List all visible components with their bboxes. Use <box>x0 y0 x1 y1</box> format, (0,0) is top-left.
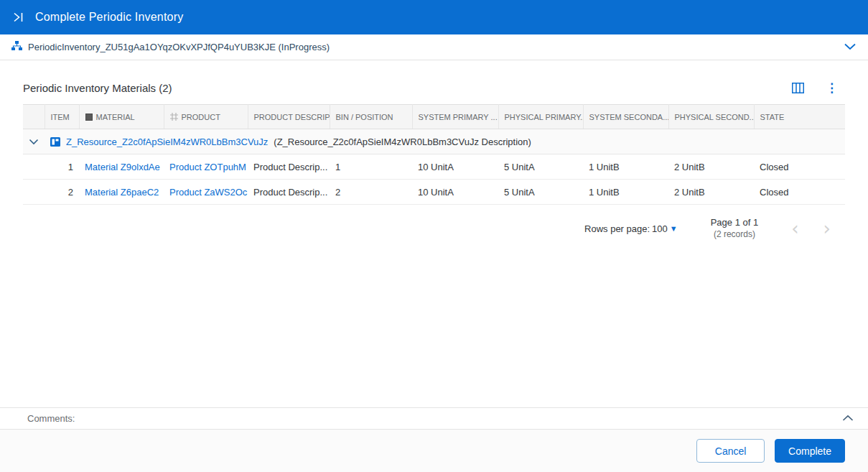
row-expand-cell <box>23 154 45 180</box>
col-system-primary[interactable]: SYSTEM PRIMARY ... <box>412 105 498 129</box>
cell-product-description: Product Descrip... <box>248 154 330 180</box>
col-product[interactable]: PRODUCT <box>164 105 248 129</box>
column-settings-button[interactable] <box>790 81 806 95</box>
col-state[interactable]: STATE <box>754 105 845 129</box>
cell-bin-position: 1 <box>330 154 412 180</box>
materials-section-title: Periodic Inventory Materials (2) <box>23 82 172 94</box>
complete-periodic-inventory-window: Complete Periodic Inventory PeriodicInve… <box>0 0 868 472</box>
col-product-description[interactable]: PRODUCT DESCRIP... <box>248 105 330 129</box>
comments-label: Comments: <box>27 413 75 424</box>
product-link[interactable]: Product ZOTpuhM <box>169 162 246 172</box>
col-system-secondary[interactable]: SYSTEM SECONDA... <box>583 105 668 129</box>
pagination-bar: Rows per page:100 ▼ Page 1 of 1 (2 recor… <box>23 205 845 251</box>
resource-description: (Z_Resource_Z2c0fApSieIM4zWR0LbBm3CVuJz … <box>274 136 531 147</box>
cell-product: Product ZOTpuhM <box>164 154 248 180</box>
columns-icon <box>792 83 804 93</box>
col-bin-position[interactable]: BIN / POSITION <box>330 105 412 129</box>
col-product-label: PRODUCT <box>182 113 220 121</box>
cell-system-primary: 10 UnitA <box>412 154 498 180</box>
materials-table: ITEM MATERIAL <box>23 104 845 205</box>
group-expand-cell <box>23 129 45 154</box>
table-actions: ⋮ <box>790 80 845 96</box>
group-label-cell: Z_Resource_Z2c0fApSieIM4zWR0LbBm3CVuJz (… <box>45 129 845 154</box>
material-link[interactable]: Material Z6paeC2 <box>85 187 159 198</box>
expand-navigation-icon[interactable] <box>11 11 25 24</box>
empty-area <box>23 251 845 407</box>
cell-physical-secondary: 2 UnitB <box>668 180 754 205</box>
collapse-order-chevron-down-icon[interactable] <box>844 41 857 54</box>
cancel-button[interactable]: Cancel <box>696 439 765 463</box>
cell-material: Material Z6paeC2 <box>79 180 164 205</box>
col-material[interactable]: MATERIAL <box>79 105 164 129</box>
col-material-label: MATERIAL <box>96 113 135 121</box>
cell-system-secondary: 1 UnitB <box>583 154 668 180</box>
materials-section-header: Periodic Inventory Materials (2) ⋮ <box>23 80 845 96</box>
cell-physical-primary: 5 UnitA <box>498 180 583 205</box>
records-label: (2 records) <box>711 228 759 241</box>
table-row: 2 Material Z6paeC2 Product ZaWS2Oc Produ… <box>23 180 845 205</box>
col-physical-secondary[interactable]: PHYSICAL SECOND... <box>668 105 754 129</box>
col-physical-primary[interactable]: PHYSICAL PRIMARY... <box>498 105 583 129</box>
main-content: Periodic Inventory Materials (2) ⋮ <box>0 60 868 407</box>
col-item[interactable]: ITEM <box>45 105 79 129</box>
page-info: Page 1 of 1 (2 records) <box>711 216 759 241</box>
table-row: 1 Material Z9olxdAe Product ZOTpuhM Prod… <box>23 154 845 180</box>
cell-item: 2 <box>45 180 79 205</box>
rows-per-page-value: 100 <box>652 223 668 234</box>
resource-icon <box>50 137 60 147</box>
hierarchy-icon <box>11 41 22 54</box>
kebab-icon: ⋮ <box>826 82 838 94</box>
cell-state: Closed <box>754 180 845 205</box>
cell-system-primary: 10 UnitA <box>412 180 498 205</box>
rows-per-page-dropdown[interactable]: Rows per page:100 ▼ <box>584 223 678 234</box>
cell-state: Closed <box>754 154 845 180</box>
table-header-row: ITEM MATERIAL <box>23 105 845 129</box>
comments-panel-header: Comments: <box>0 407 868 429</box>
footer-action-bar: Cancel Complete <box>0 429 868 472</box>
cell-physical-primary: 5 UnitA <box>498 154 583 180</box>
product-column-icon <box>170 113 178 121</box>
cell-physical-secondary: 2 UnitB <box>668 154 754 180</box>
expand-column-header <box>23 105 45 129</box>
cell-material: Material Z9olxdAe <box>79 154 164 180</box>
caret-down-icon: ▼ <box>670 224 678 233</box>
cell-item: 1 <box>45 154 79 180</box>
cell-product-description: Product Descrip... <box>248 180 330 205</box>
material-link[interactable]: Material Z9olxdAe <box>85 162 160 172</box>
previous-page-icon[interactable]: ‹ <box>791 219 798 238</box>
app-header: Complete Periodic Inventory <box>0 0 868 34</box>
cell-product: Product ZaWS2Oc <box>164 180 248 205</box>
row-expand-cell <box>23 180 45 205</box>
resource-group-row: Z_Resource_Z2c0fApSieIM4zWR0LbBm3CVuJz (… <box>23 129 845 154</box>
complete-button[interactable]: Complete <box>775 439 845 463</box>
rows-per-page-label: Rows per page: <box>584 223 650 234</box>
order-name-label: PeriodicInventory_ZU51gAa1OYqzOKvXPJfQP4… <box>28 42 330 52</box>
next-page-icon[interactable]: › <box>823 219 831 238</box>
order-header-bar: PeriodicInventory_ZU51gAa1OYqzOKvXPJfQP4… <box>0 34 868 60</box>
cell-system-secondary: 1 UnitB <box>583 180 668 205</box>
collapse-group-chevron-down-icon[interactable] <box>29 136 39 147</box>
page-title: Complete Periodic Inventory <box>35 11 183 24</box>
page-label: Page 1 of 1 <box>711 216 759 228</box>
expand-comments-chevron-up-icon[interactable] <box>842 413 854 424</box>
cell-bin-position: 2 <box>330 180 412 205</box>
page-navigation: ‹ › <box>791 219 839 238</box>
material-column-icon <box>85 114 93 121</box>
resource-link[interactable]: Z_Resource_Z2c0fApSieIM4zWR0LbBm3CVuJz <box>66 136 268 147</box>
product-link[interactable]: Product ZaWS2Oc <box>169 187 247 198</box>
overflow-menu-button[interactable]: ⋮ <box>824 80 839 96</box>
